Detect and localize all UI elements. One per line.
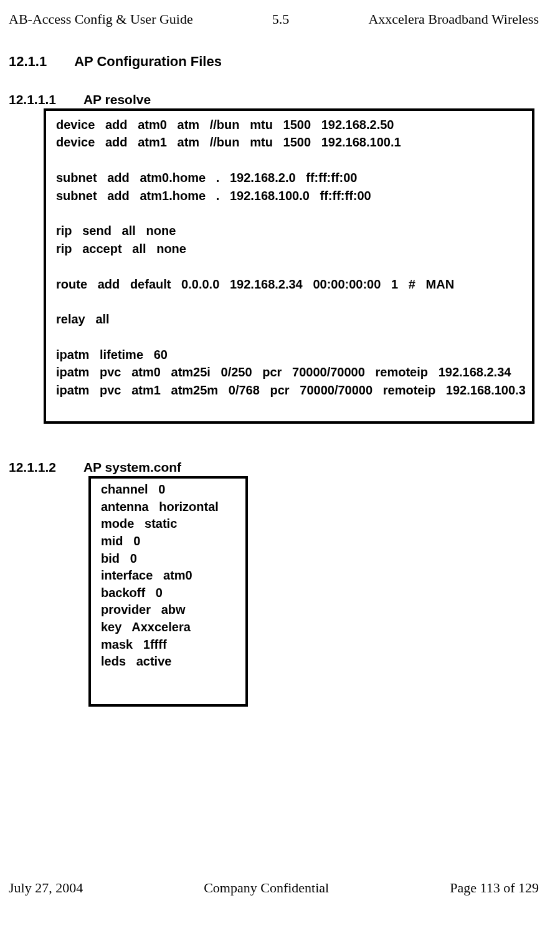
header-center: 5.5 xyxy=(272,11,290,27)
footer-left: July 27, 2004 xyxy=(9,880,83,896)
subsection-number: 12.1.1.2 xyxy=(9,460,56,474)
page-content: 12.1.1AP Configuration Files 12.1.1.1AP … xyxy=(0,27,560,707)
header-left: AB-Access Config & User Guide xyxy=(9,11,193,27)
subsection-title: AP resolve xyxy=(83,92,151,107)
ap-system-conf-config: channel 0 antenna horizontal mode static… xyxy=(88,476,248,707)
footer-right: Page 113 of 129 xyxy=(450,880,539,896)
page-footer: July 27, 2004 Company Confidential Page … xyxy=(0,880,560,896)
subsection-heading-ap-system-conf: 12.1.1.2AP system.conf xyxy=(9,460,551,475)
subsection-number: 12.1.1.1 xyxy=(9,92,56,107)
section-heading: 12.1.1AP Configuration Files xyxy=(9,54,551,70)
subsection-title: AP system.conf xyxy=(83,460,181,474)
section-number: 12.1.1 xyxy=(9,54,47,69)
page-header: AB-Access Config & User Guide 5.5 Axxcel… xyxy=(0,0,560,27)
subsection-heading-ap-resolve: 12.1.1.1AP resolve xyxy=(9,92,551,107)
ap-resolve-config: device add atm0 atm //bun mtu 1500 192.1… xyxy=(44,108,534,424)
footer-center: Company Confidential xyxy=(204,880,329,896)
header-right: Axxcelera Broadband Wireless xyxy=(368,11,539,27)
section-title: AP Configuration Files xyxy=(74,54,222,69)
